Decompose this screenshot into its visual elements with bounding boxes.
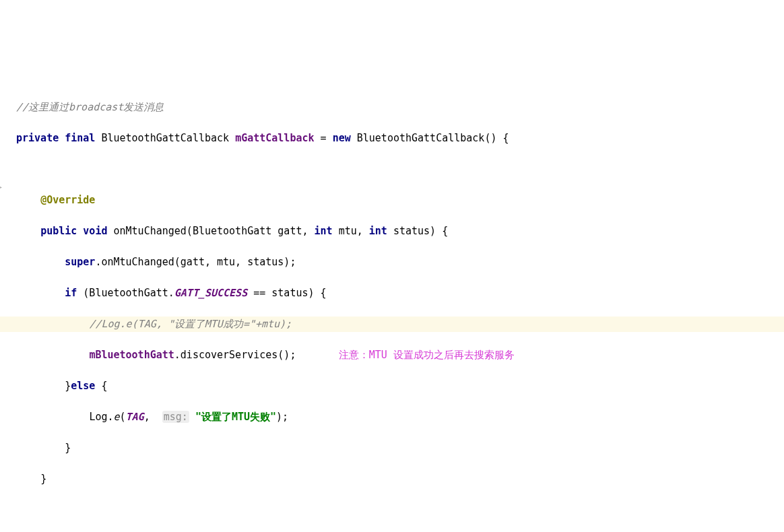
paren: ( — [120, 411, 126, 423]
param-hint: msg: — [162, 411, 189, 423]
constant: GATT_SUCCESS — [174, 287, 247, 299]
code-editor[interactable]: ▸ //这里通过broadcast发送消息 private final Blue… — [0, 62, 784, 532]
keyword-void: void — [83, 225, 107, 237]
code-text: Log. — [89, 411, 113, 423]
code-text: mtu, — [333, 225, 369, 237]
code-line[interactable]: //这里通过broadcast发送消息 — [16, 100, 784, 115]
keyword-int: int — [315, 225, 333, 237]
keyword-public: public — [40, 225, 77, 237]
code-text: .discoverServices(); — [174, 349, 296, 361]
method-sig: onMtuChanged(BluetoothGatt gatt, — [107, 225, 314, 237]
code-line[interactable]: } — [16, 440, 784, 456]
field-name: mGattCallback — [235, 132, 314, 144]
code-text: .onMtuChanged(gatt, mtu, status); — [95, 256, 296, 268]
annotation-override: @Override — [40, 194, 95, 206]
code-text: BluetoothGattCallback() { — [351, 132, 509, 144]
code-line[interactable]: @Override — [16, 193, 784, 208]
keyword-super: super — [65, 256, 95, 268]
code-line[interactable] — [16, 502, 784, 518]
string-literal: "设置了MTU失败" — [195, 411, 276, 423]
comment-text: //这里通过broadcast发送消息 — [16, 101, 164, 113]
code-text: == status) { — [247, 287, 326, 299]
code-text: status) { — [387, 225, 448, 237]
code-line[interactable]: super.onMtuChanged(gatt, mtu, status); — [16, 255, 784, 270]
brace: } — [65, 380, 71, 392]
inline-note: 注意：MTU 设置成功之后再去搜索服务 — [339, 349, 515, 361]
code-line[interactable]: }else { — [16, 378, 784, 394]
field-name: mBluetoothGatt — [89, 349, 174, 361]
comment-text: //Log.e(TAG, "设置了MTU成功="+mtu); — [89, 318, 292, 330]
code-line[interactable]: } — [16, 471, 784, 487]
keyword-final: final — [65, 132, 95, 144]
code-text: = — [315, 132, 333, 144]
code-text: ); — [276, 411, 288, 423]
code-line[interactable]: if (BluetoothGatt.GATT_SUCCESS == status… — [16, 286, 784, 301]
comma: , — [144, 411, 162, 423]
code-line[interactable]: Log.e(TAG, msg: "设置了MTU失败"); — [16, 409, 784, 425]
tag-constant: TAG — [126, 411, 144, 423]
space — [189, 411, 195, 423]
code-text: (BluetoothGatt. — [77, 287, 174, 299]
code-line[interactable]: public void onMtuChanged(BluetoothGatt g… — [16, 224, 784, 239]
brace: } — [65, 442, 71, 454]
method-e: e — [114, 411, 120, 423]
keyword-if: if — [65, 287, 77, 299]
brace: } — [40, 473, 46, 485]
code-text: { — [95, 380, 107, 392]
code-line[interactable]: mBluetoothGatt.discoverServices(); 注意：MT… — [16, 347, 784, 363]
code-line-highlighted[interactable]: //Log.e(TAG, "设置了MTU成功="+mtu); — [0, 317, 784, 332]
type-name: BluetoothGattCallback — [101, 132, 229, 144]
keyword-else: else — [71, 380, 95, 392]
caret-gutter-icon: ▸ — [0, 179, 5, 186]
code-line[interactable] — [16, 162, 784, 177]
keyword-private: private — [16, 132, 59, 144]
keyword-new: new — [333, 132, 351, 144]
keyword-int: int — [369, 225, 387, 237]
code-line[interactable]: private final BluetoothGattCallback mGat… — [16, 131, 784, 146]
